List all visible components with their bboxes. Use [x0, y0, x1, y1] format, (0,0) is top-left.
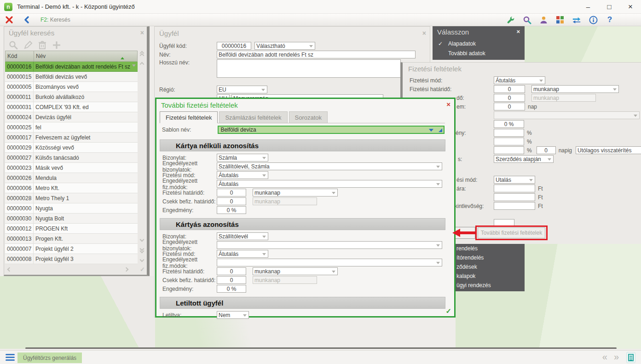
cell-name[interactable]: COMPLEX '93 Kft. ed: [34, 102, 138, 112]
scroll-top-icon[interactable]: [140, 53, 144, 58]
table-row[interactable]: 00000016Belföldi devizában adott rendelé…: [5, 62, 138, 72]
table-row[interactable]: 00000028Metro Thely 1: [5, 193, 138, 203]
table-row[interactable]: 00000026Mendula: [5, 173, 138, 183]
dropdown-field[interactable]: Szállítólevél: [217, 232, 268, 240]
table-row[interactable]: 00000011Burkoló alvállalkozó: [5, 92, 138, 102]
additional-payment-terms-button[interactable]: További fizetési feltételek: [478, 227, 545, 238]
back-chevron-icon[interactable]: [22, 15, 31, 24]
cell-code[interactable]: 00000023: [5, 163, 34, 173]
dialog-confirm-check-icon[interactable]: ✓: [445, 307, 451, 315]
choose-menu-item[interactable]: További adatok: [433, 48, 525, 58]
cell-code[interactable]: 00000017: [5, 133, 34, 142]
dropdown-arrow-icon[interactable]: [429, 129, 433, 132]
dropdown-field[interactable]: [217, 259, 442, 266]
cell-code[interactable]: 00000028: [5, 193, 34, 203]
dialog-tab[interactable]: Fizetési feltételek: [160, 111, 218, 123]
cell-name[interactable]: PROGEN Kft: [34, 224, 138, 233]
horizontal-scrollbar[interactable]: ✓: [5, 265, 147, 274]
cell-name[interactable]: Projekt ügyfél 3: [34, 254, 138, 264]
cell-code[interactable]: 00000031: [5, 102, 34, 112]
region-select[interactable]: EU: [217, 86, 267, 93]
choose-menu-item[interactable]: ✓Alapadatok: [433, 39, 525, 48]
customer-form-close-icon[interactable]: ×: [422, 29, 426, 37]
customer-code-field[interactable]: 00000016: [217, 42, 251, 50]
cell-code[interactable]: 00000012: [5, 224, 34, 233]
edit-icon[interactable]: [23, 40, 33, 50]
add-icon[interactable]: [52, 40, 61, 50]
column-header-code[interactable]: Kód: [6, 51, 34, 61]
table-row[interactable]: 00000027Külsős tanácsadó: [5, 153, 138, 163]
scroll-page-down-icon[interactable]: [140, 249, 144, 254]
cell-code[interactable]: 00000026: [5, 173, 34, 183]
table-row[interactable]: 00000023Másik vevő: [5, 163, 138, 173]
number-field[interactable]: 0: [217, 197, 246, 205]
cell-code[interactable]: 00000006: [5, 183, 34, 193]
customer-code-type-select[interactable]: Választható: [254, 42, 315, 50]
discount-percent-field[interactable]: [494, 129, 524, 137]
table-row[interactable]: 00000013Progen Kft.: [5, 234, 138, 244]
cell-code[interactable]: 00000007: [5, 244, 34, 254]
cell-code[interactable]: 00000005: [5, 82, 34, 92]
cell-code[interactable]: 00000000: [5, 203, 34, 213]
customer-name-field[interactable]: Belföldi devizában adott rendelés Ft sz: [217, 51, 416, 58]
user-icon[interactable]: [539, 15, 548, 24]
generate-customer-base-button[interactable]: Ügyféltörzs generálás: [17, 352, 82, 363]
dialog-close-icon[interactable]: ×: [446, 100, 450, 108]
cell-code[interactable]: 00000027: [5, 153, 34, 162]
cell-name[interactable]: Mendula: [34, 173, 138, 183]
cell-code[interactable]: 00000015: [5, 72, 34, 81]
table-row[interactable]: 00000008Projekt ügyfél 3: [5, 254, 138, 264]
discount-percent-field[interactable]: [494, 138, 524, 145]
discount-percent-field[interactable]: [494, 146, 524, 154]
wrench-icon[interactable]: [506, 15, 515, 24]
empty-select[interactable]: [494, 111, 640, 119]
cell-code[interactable]: 00000030: [5, 214, 34, 223]
search-panel-close-icon[interactable]: ×: [140, 29, 144, 36]
cell-code[interactable]: 00000024: [5, 112, 34, 122]
table-row[interactable]: 00000029Közösségi vevő: [5, 143, 138, 153]
grace-days-field[interactable]: 0: [494, 103, 525, 110]
dropdown-field[interactable]: [217, 241, 442, 249]
menu-icon[interactable]: [6, 354, 15, 362]
cell-name[interactable]: Projekt ügyfél 2: [34, 244, 138, 254]
table-row[interactable]: 00000000Nyugta: [5, 203, 138, 214]
table-row[interactable]: 00000005Bizományos vevő: [5, 82, 138, 92]
close-button[interactable]: ×: [620, 0, 641, 13]
cell-name[interactable]: Metro Kft.: [34, 183, 138, 193]
choose-menu-item[interactable]: [433, 58, 525, 60]
page-next-icon[interactable]: »: [614, 352, 619, 362]
table-row[interactable]: 00000024Devizás ügyfél: [5, 112, 138, 122]
unit-select[interactable]: munkanap: [253, 189, 338, 196]
maximize-button[interactable]: □: [599, 0, 620, 13]
dropdown-field[interactable]: Nem: [217, 311, 249, 319]
dropdown-field[interactable]: Átutalás: [217, 250, 268, 258]
scroll-down-icon[interactable]: [140, 237, 144, 242]
swap-arrows-icon[interactable]: [572, 15, 581, 24]
document-list-icon[interactable]: [626, 352, 635, 363]
info-icon[interactable]: [589, 15, 598, 24]
amount-field[interactable]: [494, 193, 535, 201]
cell-name[interactable]: Másik vevő: [34, 163, 138, 173]
cell-code[interactable]: 00000029: [5, 143, 34, 152]
delete-icon[interactable]: [38, 40, 46, 50]
payment-deadline-unit-select[interactable]: munkanap: [531, 85, 619, 93]
cell-code[interactable]: 00000008: [5, 254, 34, 264]
table-row[interactable]: 00000012PROGEN Kft: [5, 224, 138, 234]
table-row[interactable]: 00000030Nyugta Bolt: [5, 214, 138, 224]
cell-code[interactable]: 00000011: [5, 92, 34, 102]
table-row[interactable]: 00000006Metro Kft.: [5, 183, 138, 193]
outstanding-field[interactable]: [494, 202, 535, 210]
customer-long-name-field[interactable]: [217, 59, 401, 78]
extra-days-field[interactable]: 0: [537, 146, 556, 154]
dropdown-field[interactable]: Átutalás: [217, 180, 442, 188]
table-row[interactable]: 00000015Belföldi devizás vevő: [5, 72, 138, 82]
dialog-tab[interactable]: Sorozatok: [289, 111, 328, 123]
close-red-icon[interactable]: [5, 15, 14, 24]
payment-mode-select[interactable]: Átutalás: [494, 76, 545, 84]
cell-name[interactable]: Metro Thely 1: [34, 193, 138, 203]
refund-type-field[interactable]: Utólagos visszatérítés: [576, 146, 641, 154]
template-name-combo[interactable]: Belföldi deviza: [218, 126, 445, 134]
confirm-check-icon[interactable]: ✓: [140, 266, 145, 273]
f2-search-shortcut[interactable]: F2: Keresés: [40, 17, 70, 23]
cell-code[interactable]: 00000025: [5, 122, 34, 132]
